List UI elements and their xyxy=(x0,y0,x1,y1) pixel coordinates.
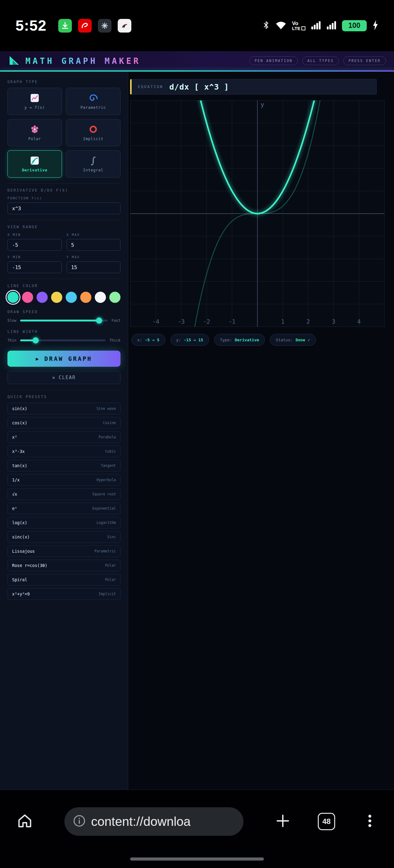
y-max-input[interactable] xyxy=(67,261,121,273)
header-badge-press-enter[interactable]: PRESS ENTER xyxy=(343,56,386,65)
preset-name: Rose r=cos(3θ) xyxy=(12,563,47,568)
preset-9[interactable]: log(x)Logarithm xyxy=(7,517,121,529)
preset-tag: Polar xyxy=(105,578,116,582)
color-swatch-7[interactable] xyxy=(109,292,121,303)
quick-presets-label: QUICK PRESETS xyxy=(7,395,121,399)
clear-label: CLEAR xyxy=(59,375,75,380)
equation-bar: EQUATION d/dx [ x^3 ] xyxy=(130,79,376,95)
main-panel: EQUATION d/dx [ x^3 ] y-4-3-2-11234 x:-5… xyxy=(128,72,394,789)
preset-list: sin(x)Sine wavecos(x)Cosinex²Parabolax³-… xyxy=(7,403,121,600)
svg-text:y: y xyxy=(261,101,264,108)
color-swatch-3[interactable] xyxy=(51,292,62,303)
svg-text:1: 1 xyxy=(281,318,284,325)
function-input[interactable] xyxy=(7,203,121,214)
color-swatch-5[interactable] xyxy=(80,292,91,303)
graph-type-derivative[interactable]: Derivative xyxy=(7,150,62,178)
preset-tag: Logarithm xyxy=(97,521,116,525)
draw-graph-label: DRAW GRAPH xyxy=(44,355,92,362)
spiral-icon xyxy=(89,93,98,103)
svg-text:4: 4 xyxy=(357,318,361,325)
svg-text:-3: -3 xyxy=(178,318,185,325)
preset-7[interactable]: √xSquare root xyxy=(7,488,121,500)
info-icon[interactable] xyxy=(72,814,86,829)
color-swatch-0[interactable] xyxy=(7,292,19,303)
clock: 5:52 xyxy=(15,17,46,34)
color-swatch-1[interactable] xyxy=(22,292,33,303)
preset-8[interactable]: eˣExponential xyxy=(7,502,121,514)
line-chart-icon xyxy=(30,93,39,103)
home-icon[interactable] xyxy=(16,812,33,831)
integral-icon: ∫ xyxy=(91,156,96,165)
color-swatch-2[interactable] xyxy=(37,292,48,303)
x-min-input[interactable] xyxy=(7,239,62,251)
view-range-label: VIEW RANGE xyxy=(7,225,121,229)
preset-12[interactable]: Rose r=cos(3θ)Polar xyxy=(7,560,121,571)
airtel-icon xyxy=(78,19,92,33)
gesture-bar[interactable] xyxy=(130,858,264,861)
preset-name: sin(x) xyxy=(12,406,27,411)
battery-percent: 100 xyxy=(349,21,360,30)
menu-icon[interactable] xyxy=(362,813,378,830)
width-thumb[interactable] xyxy=(33,337,39,343)
wifi-icon xyxy=(275,21,287,31)
derivative-chart-icon xyxy=(30,156,39,165)
line-width-label: LINE WIDTH xyxy=(7,330,121,334)
graph-type-integral[interactable]: ∫Integral xyxy=(66,150,121,178)
url-text: content://downloa xyxy=(91,814,191,829)
line-color-section: LINE COLOR DRAW SPEED Slow Fast LINE WID… xyxy=(7,279,121,384)
preset-name: 1/x xyxy=(12,477,20,483)
status-bar: 5:52 Vo LTE xyxy=(0,0,394,51)
speed-track[interactable] xyxy=(20,320,108,321)
tab-count: 48 xyxy=(323,817,331,826)
draw-graph-button[interactable]: ▶ DRAW GRAPH xyxy=(7,351,121,367)
preset-name: x²+y²=9 xyxy=(12,591,30,596)
graph-type-parametric[interactable]: Parametric xyxy=(66,88,121,115)
preset-5[interactable]: tan(x)Tangent xyxy=(7,460,121,471)
clear-button[interactable]: ✕ CLEAR xyxy=(7,371,121,384)
preset-1[interactable]: sin(x)Sine wave xyxy=(7,403,121,414)
preset-tag: Exponential xyxy=(92,506,116,510)
preset-6[interactable]: 1/xHyperbola xyxy=(7,474,121,486)
y-max-label: Y MAX xyxy=(67,255,121,259)
battery-indicator: 100 xyxy=(342,20,367,31)
signal-bars-icon xyxy=(311,20,321,31)
graph-type-polar[interactable]: Polar xyxy=(7,119,62,146)
graph-area: y-4-3-2-11234 xyxy=(130,100,385,327)
preset-name: x² xyxy=(12,435,17,440)
preset-14[interactable]: x²+y²=9Implicit xyxy=(7,588,121,600)
url-bar[interactable]: content://downloa xyxy=(64,807,243,836)
color-swatch-6[interactable] xyxy=(95,292,106,303)
view-range-section: VIEW RANGE X MIN X MAX Y MIN Y MAX xyxy=(7,220,121,273)
graph-type-y-fx[interactable]: y = f(x) xyxy=(7,88,62,115)
tab-switcher[interactable]: 48 xyxy=(318,813,335,830)
preset-tag: Cubic xyxy=(105,449,116,454)
width-track[interactable] xyxy=(20,339,106,341)
line-color-label: LINE COLOR xyxy=(7,284,121,288)
preset-tag: Hyperbola xyxy=(97,478,116,482)
preset-name: Spiral xyxy=(12,577,27,582)
status-chip-y-range: y:-15 → 15 xyxy=(170,334,209,346)
preset-10[interactable]: sinc(x)Sinc xyxy=(7,531,121,543)
preset-4[interactable]: x³-3xCubic xyxy=(7,445,121,457)
header-badge-all-types[interactable]: ALL TYPES xyxy=(302,56,339,65)
x-max-input[interactable] xyxy=(67,239,121,251)
preset-11[interactable]: LissajousParametric xyxy=(7,545,121,557)
svg-text:3: 3 xyxy=(332,318,335,325)
preset-name: tan(x) xyxy=(12,463,27,468)
preset-name: cos(x) xyxy=(12,421,27,425)
graph-type-implicit[interactable]: Implicit xyxy=(66,119,121,146)
preset-tag: Cosine xyxy=(103,421,116,425)
color-swatch-4[interactable] xyxy=(66,292,77,303)
chip-value: -5 → 5 xyxy=(145,338,160,342)
y-min-input[interactable] xyxy=(7,261,62,273)
preset-13[interactable]: SpiralPolar xyxy=(7,574,121,586)
preset-2[interactable]: cos(x)Cosine xyxy=(7,417,121,429)
status-chip-x-range: x:-5 → 5 xyxy=(131,334,165,346)
preset-3[interactable]: x²Parabola xyxy=(7,431,121,443)
header-badge-pen-animation[interactable]: PEN ANIMATION xyxy=(249,56,298,65)
chip-label: Status: xyxy=(276,338,293,342)
speed-thumb[interactable] xyxy=(96,317,102,323)
app-title: MATH GRAPH MAKER xyxy=(25,56,141,66)
preset-name: sinc(x) xyxy=(12,534,30,539)
new-tab-icon[interactable] xyxy=(274,812,291,831)
